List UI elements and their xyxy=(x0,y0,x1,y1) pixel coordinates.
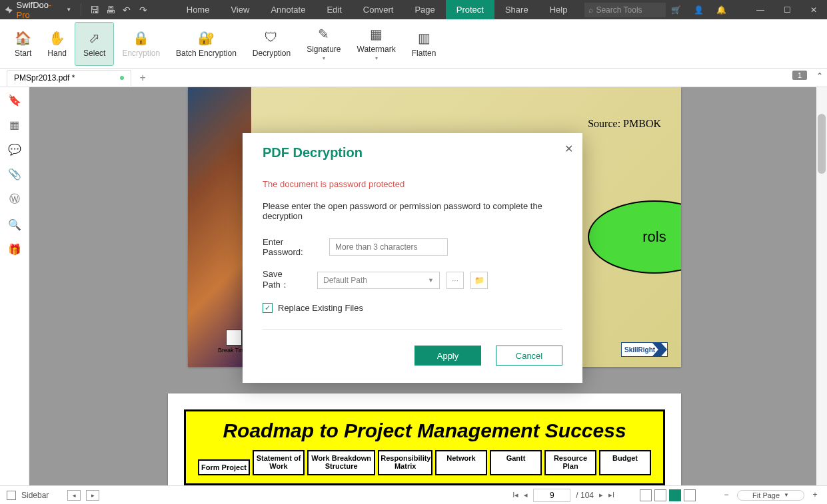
maximize-button[interactable]: ☐ xyxy=(774,5,800,15)
menu-view[interactable]: View xyxy=(220,0,260,19)
cart-icon[interactable]: 🛒 xyxy=(666,5,686,15)
left-sidebar: 🔖 ▦ 💬 📎 Ⓦ 🔍 🎁 xyxy=(0,87,29,485)
decryption-dialog: ✕ PDF Decryption The document is passwor… xyxy=(243,133,582,383)
menu-convert[interactable]: Convert xyxy=(353,0,405,19)
shield-icon: 🛡 xyxy=(265,30,278,46)
search-icon: ⌕ xyxy=(588,5,593,15)
view-facing-continuous-icon[interactable] xyxy=(684,489,696,501)
next-group-icon[interactable]: ▸ xyxy=(86,490,99,501)
tool-start[interactable]: 🏠Start xyxy=(7,22,39,66)
last-page-icon[interactable]: ▸I xyxy=(608,491,614,499)
scrollbar-thumb[interactable] xyxy=(818,114,826,174)
modified-dot-icon xyxy=(120,76,124,80)
dialog-title: PDF Decryption xyxy=(263,145,562,160)
cursor-icon: ⬀ xyxy=(89,30,100,46)
search-tools[interactable]: ⌕ Search Tools xyxy=(584,3,666,17)
brand-name: SwifDoo xyxy=(17,0,49,10)
dialog-close-icon[interactable]: ✕ xyxy=(564,142,573,155)
sidebar-toggle-icon[interactable] xyxy=(7,491,16,500)
print-icon[interactable]: 🖶 xyxy=(103,5,119,15)
comments-icon[interactable]: 💬 xyxy=(8,143,21,156)
tab-label: PMSpr2013.pdf * xyxy=(14,73,75,83)
checkbox-checked-icon: ✓ xyxy=(263,303,273,313)
collapse-ribbon-icon[interactable]: ⌃ xyxy=(816,71,823,81)
page-total: / 104 xyxy=(576,491,594,500)
box-resource: Resource Plan xyxy=(544,450,596,475)
lock-icon: 🔒 xyxy=(133,30,149,46)
box-gantt: Gantt xyxy=(490,450,542,475)
signature-icon: ✎ xyxy=(318,26,329,42)
menu-home[interactable]: Home xyxy=(176,0,221,19)
roadmap-title: Roadmap to Project Management Success xyxy=(198,419,651,442)
prev-group-icon[interactable]: ◂ xyxy=(67,490,81,501)
main-menu: Home View Annotate Edit Convert Page Pro… xyxy=(176,0,578,19)
dialog-warning: The document is password protected xyxy=(263,179,562,189)
tab-document[interactable]: PMSpr2013.pdf * xyxy=(7,70,131,86)
source-text: Source: PMBOK xyxy=(588,118,661,130)
green-ellipse: rols xyxy=(588,200,681,274)
title-bar: SwifDoo-Pro ▼ 🖫 🖶 ↶ ↷ Home View Annotate… xyxy=(0,0,827,19)
attachments-icon[interactable]: 📎 xyxy=(8,168,21,180)
search-placeholder: Search Tools xyxy=(596,5,642,15)
chevron-down-icon: ▼ xyxy=(784,492,789,498)
prev-page-icon[interactable]: ◂ xyxy=(524,491,528,499)
box-network: Network xyxy=(435,450,487,475)
gift-icon[interactable]: 🎁 xyxy=(8,243,21,256)
skillright-badge: SkillRight xyxy=(621,342,668,357)
save-icon[interactable]: 🖫 xyxy=(87,5,103,15)
zoom-select[interactable]: Fit Page▼ xyxy=(737,490,804,501)
ribbon-toolbar: 🏠Start ✋Hand ⬀Select 🔒Encryption 🔐Batch … xyxy=(0,19,827,69)
menu-annotate[interactable]: Annotate xyxy=(260,0,316,19)
redo-icon[interactable]: ↷ xyxy=(135,5,151,15)
menu-help[interactable]: Help xyxy=(539,0,578,19)
tool-decryption[interactable]: 🛡Decryption xyxy=(245,22,299,66)
watermark-icon: ▦ xyxy=(370,26,383,42)
view-single-icon[interactable] xyxy=(640,489,652,501)
box-wbs: Work Breakdown Structure xyxy=(307,450,375,475)
view-facing-icon[interactable] xyxy=(669,489,681,501)
thumbnails-icon[interactable]: ▦ xyxy=(9,119,19,131)
menu-page[interactable]: Page xyxy=(404,0,445,19)
bell-icon[interactable]: 🔔 xyxy=(711,5,731,15)
tool-flatten[interactable]: ▥Flatten xyxy=(404,22,444,66)
folder-button[interactable]: 📁 xyxy=(470,272,488,289)
minimize-button[interactable]: — xyxy=(747,5,774,15)
page-input[interactable] xyxy=(533,489,570,502)
savepath-select[interactable]: Default Path▼ xyxy=(317,272,440,289)
more-button[interactable]: ··· xyxy=(446,272,464,289)
close-button[interactable]: ✕ xyxy=(800,5,827,15)
menu-share[interactable]: Share xyxy=(494,0,539,19)
replace-checkbox[interactable]: ✓ Replace Existing Files xyxy=(263,303,562,313)
undo-icon[interactable]: ↶ xyxy=(119,5,135,15)
dialog-instruction: Please enter the open password or permis… xyxy=(263,201,562,221)
tool-signature[interactable]: ✎Signature▾ xyxy=(299,22,349,66)
page-badge: 1 xyxy=(792,71,807,80)
password-label: Enter Password: xyxy=(263,237,323,257)
next-page-icon[interactable]: ▸ xyxy=(599,491,603,499)
search-panel-icon[interactable]: 🔍 xyxy=(8,218,21,231)
zoom-out-icon[interactable]: − xyxy=(721,490,732,501)
tool-batch-encryption[interactable]: 🔐Batch Encryption xyxy=(168,22,245,66)
tool-watermark[interactable]: ▦Watermark▾ xyxy=(349,22,404,66)
apply-button[interactable]: Apply xyxy=(414,346,481,366)
sidebar-label: Sidebar xyxy=(21,491,49,500)
first-page-icon[interactable]: I◂ xyxy=(512,491,518,499)
cancel-button[interactable]: Cancel xyxy=(496,346,562,366)
zoom-in-icon[interactable]: + xyxy=(810,490,820,501)
menu-edit[interactable]: Edit xyxy=(316,0,352,19)
tool-hand[interactable]: ✋Hand xyxy=(39,22,75,66)
view-continuous-icon[interactable] xyxy=(654,489,666,501)
status-bar: Sidebar ◂ ▸ I◂ ◂ / 104 ▸ ▸I − Fit Page▼ … xyxy=(0,485,827,504)
bookmark-icon[interactable]: 🔖 xyxy=(8,94,21,107)
tool-select[interactable]: ⬀Select xyxy=(75,22,114,66)
new-tab-button[interactable]: + xyxy=(139,72,145,84)
menu-protect[interactable]: Protect xyxy=(446,0,494,19)
brand-dropdown-icon[interactable]: ▼ xyxy=(66,7,71,13)
home-icon: 🏠 xyxy=(15,30,31,46)
tool-encryption: 🔒Encryption xyxy=(114,22,168,66)
box-budget: Budget xyxy=(599,450,651,475)
vertical-scrollbar[interactable] xyxy=(816,87,827,485)
password-input[interactable] xyxy=(329,238,448,256)
word-icon[interactable]: Ⓦ xyxy=(9,192,20,206)
user-icon[interactable]: 👤 xyxy=(688,5,708,15)
